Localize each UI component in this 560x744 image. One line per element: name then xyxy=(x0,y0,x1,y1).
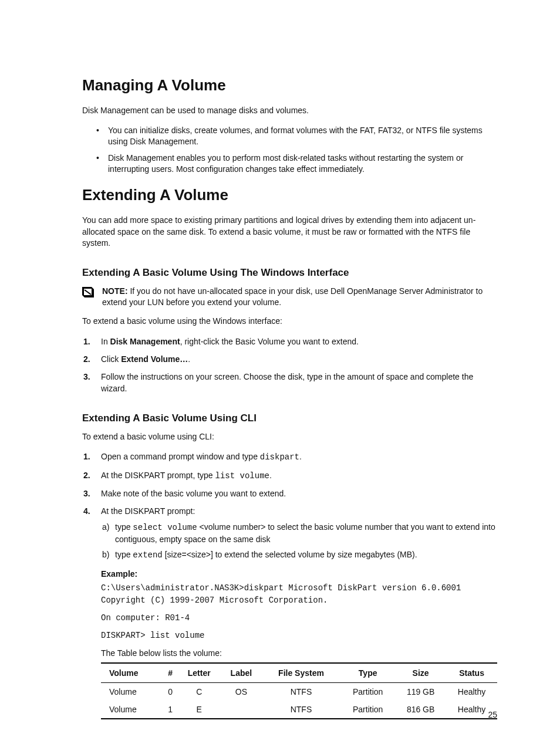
table-cell: E xyxy=(178,701,221,719)
text-fragment: , right-click the Basic Volume you want … xyxy=(180,337,359,346)
inline-code: extend xyxy=(133,550,162,560)
page-number: 25 xyxy=(488,710,497,719)
text-bold: Extend Volume… xyxy=(121,354,188,364)
table-cell: Partition xyxy=(340,701,395,719)
subheading-windows-interface: Extending A Basic Volume Using The Windo… xyxy=(82,267,497,279)
table-cell: Volume xyxy=(101,683,163,701)
note-body: If you do not have un-allocated space in… xyxy=(102,286,483,307)
steps-windows: In Disk Management, right-click the Basi… xyxy=(82,336,497,395)
text-fragment: In xyxy=(101,337,110,346)
table-cell: 0 xyxy=(163,683,178,701)
text-fragment: At the DISKPART prompt: xyxy=(101,506,195,516)
list-item: type select volume <volume number> to se… xyxy=(115,521,497,546)
table-caption: The Table below lists the volume: xyxy=(101,648,497,660)
paragraph: You can add more space to existing prima… xyxy=(82,215,497,249)
table-cell: NTFS xyxy=(262,701,340,719)
steps-cli: Open a command prompt window and type di… xyxy=(82,451,497,561)
table-cell: 119 GB xyxy=(395,683,446,701)
example-label: Example: xyxy=(101,569,497,579)
text-fragment: type xyxy=(115,550,133,559)
text-bold: Disk Management xyxy=(110,337,180,346)
text-fragment: Click xyxy=(101,354,121,364)
column-header: Size xyxy=(395,663,446,683)
table-cell xyxy=(221,701,262,719)
note-prefix: NOTE: xyxy=(102,286,128,296)
column-header: Volume xyxy=(101,663,163,683)
list-item: Click Extend Volume…. xyxy=(101,353,497,365)
text-fragment: type xyxy=(115,522,133,532)
inline-code: diskpart xyxy=(260,452,299,462)
code-block: C:\Users\administrator.NAS3K>diskpart Mi… xyxy=(101,582,497,606)
text-fragment: . xyxy=(269,471,272,480)
table-cell: Partition xyxy=(340,683,395,701)
text-fragment: . xyxy=(188,354,190,364)
table-row: Volume 1 E NTFS Partition 816 GB Healthy xyxy=(101,701,497,719)
list-item: At the DISKPART prompt: type select volu… xyxy=(101,505,497,561)
bullet-list: You can initialize disks, create volumes… xyxy=(82,125,497,175)
code-block: On computer: R01-4 xyxy=(101,612,497,624)
list-item: Disk Management enables you to perform m… xyxy=(108,153,497,175)
document-page: Managing A Volume Disk Management can be… xyxy=(0,0,560,744)
inline-code: list volume xyxy=(215,471,269,481)
table-cell: Volume xyxy=(101,701,163,719)
text-fragment: . xyxy=(299,452,302,461)
heading-managing-volume: Managing A Volume xyxy=(82,76,497,94)
list-item: Follow the instructions on your screen. … xyxy=(101,371,497,395)
code-block: DISKPART> list volume xyxy=(101,630,497,641)
table-row: Volume 0 C OS NTFS Partition 119 GB Heal… xyxy=(101,683,497,701)
note-icon xyxy=(82,287,94,297)
subheading-cli: Extending A Basic Volume Using CLI xyxy=(82,412,497,424)
inline-code: select volume xyxy=(133,523,197,532)
table-header-row: Volume # Letter Label File System Type S… xyxy=(101,663,497,683)
list-item: You can initialize disks, create volumes… xyxy=(108,125,497,148)
column-header: Status xyxy=(446,663,497,683)
table-cell: 816 GB xyxy=(395,701,446,719)
text-fragment: [size=<size>] to extend the selected vol… xyxy=(163,550,417,559)
paragraph: Disk Management can be used to manage di… xyxy=(82,105,497,117)
list-item: Make note of the basic volume you want t… xyxy=(101,488,497,499)
column-header: # xyxy=(163,663,178,683)
table-cell: Healthy xyxy=(446,683,497,701)
column-header: Letter xyxy=(178,663,221,683)
text-fragment: Open a command prompt window and type xyxy=(101,452,260,461)
heading-extending-volume: Extending A Volume xyxy=(82,186,497,204)
note-text: NOTE: If you do not have un-allocated sp… xyxy=(102,286,497,309)
column-header: Label xyxy=(221,663,262,683)
volume-table: Volume # Letter Label File System Type S… xyxy=(101,662,497,719)
list-item: type extend [size=<size>] to extend the … xyxy=(115,549,497,561)
column-header: File System xyxy=(262,663,340,683)
sub-steps: type select volume <volume number> to se… xyxy=(101,521,497,562)
column-header: Type xyxy=(340,663,395,683)
list-item: In Disk Management, right-click the Basi… xyxy=(101,336,497,347)
note-block: NOTE: If you do not have un-allocated sp… xyxy=(82,286,497,309)
text-fragment: At the DISKPART prompt, type xyxy=(101,471,215,480)
list-item: At the DISKPART prompt, type list volume… xyxy=(101,469,497,482)
list-item: Open a command prompt window and type di… xyxy=(101,451,497,463)
paragraph: To extend a basic volume using CLI: xyxy=(82,431,497,443)
table-cell: NTFS xyxy=(262,683,340,701)
table-cell: C xyxy=(178,683,221,701)
table-cell: 1 xyxy=(163,701,178,719)
paragraph: To extend a basic volume using the Windo… xyxy=(82,316,497,327)
table-cell: OS xyxy=(221,683,262,701)
